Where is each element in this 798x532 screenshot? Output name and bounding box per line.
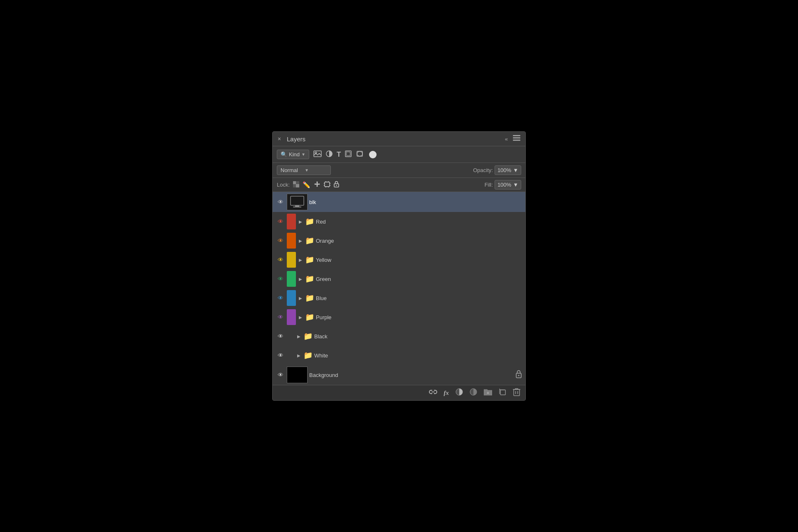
lock-paint-icon[interactable]: ✏️ [303,181,310,189]
layer-item-blk[interactable]: 👁 blk [273,192,525,212]
layer-item-white[interactable]: 👁 ▶ 📁 White [273,346,525,365]
visibility-button-red[interactable]: 👁 [276,217,285,226]
color-label-green [287,271,296,287]
expand-button-red[interactable]: ▶ [298,219,303,224]
svg-rect-2 [513,140,520,141]
layer-name-blue: Blue [316,295,522,301]
lock-transparent-icon[interactable] [293,181,299,189]
blend-opacity-row: Normal ▼ Opacity: 100% ▼ [273,163,525,178]
svg-rect-28 [293,207,301,207]
color-label-yellow [287,252,296,268]
svg-rect-27 [295,205,299,207]
folder-icon-red: 📁 [305,217,314,226]
expand-button-white[interactable]: ▶ [296,352,302,358]
kind-dropdown[interactable]: 🔍 Kind ▼ [277,150,309,159]
expand-button-blue[interactable]: ▶ [298,295,303,301]
svg-point-30 [518,375,520,376]
lock-all-icon[interactable] [334,181,339,189]
color-label-orange [287,233,296,249]
layer-item-purple[interactable]: 👁 ▶ 📁 Purple [273,308,525,327]
visibility-button-background[interactable]: 👁 [276,370,285,379]
layer-item-orange[interactable]: 👁 ▶ 📁 Orange [273,231,525,250]
layer-name-black: Black [314,333,522,340]
expand-icon-black: ▶ [297,334,300,339]
delete-button[interactable] [513,388,520,398]
smart-object-filter-icon[interactable] [356,150,363,158]
layers-panel: × Layers « 🔍 Kind ▼ [272,131,526,401]
svg-rect-37 [514,389,520,396]
folder-icon-yellow: 📁 [305,255,314,264]
new-mask-button[interactable] [470,388,477,397]
search-icon: 🔍 [281,151,287,158]
svg-point-25 [336,185,337,186]
svg-rect-11 [293,181,296,184]
panel-menu-button[interactable] [513,135,520,143]
collapse-button[interactable]: « [505,136,508,142]
visibility-button-blue[interactable]: 👁 [276,293,285,303]
opacity-chevron-icon: ▼ [513,167,518,173]
layer-name-blk: blk [309,199,522,205]
lock-move-icon[interactable] [314,181,320,189]
fx-button[interactable]: fx [444,389,449,397]
layer-name-purple: Purple [316,314,522,320]
link-button[interactable] [429,388,437,397]
expand-icon-blue: ▶ [299,296,302,300]
layer-name-red: Red [316,219,522,225]
fill-label: Fill: [485,182,493,188]
kind-chevron-icon: ▼ [301,152,305,157]
expand-icon-yellow: ▶ [299,258,302,262]
close-button[interactable]: × [278,136,283,142]
kind-label: Kind [289,151,300,158]
expand-icon-red: ▶ [299,219,302,224]
expand-button-yellow[interactable]: ▶ [298,257,303,263]
layer-item-yellow[interactable]: 👁 ▶ 📁 Yellow [273,250,525,269]
expand-icon-orange: ▶ [299,239,302,243]
folder-icon-white: 📁 [303,351,313,360]
filter-icons-group: T [313,150,363,159]
expand-button-purple[interactable]: ▶ [298,314,303,320]
layer-item-red[interactable]: 👁 ▶ 📁 Red [273,212,525,231]
visibility-button-blk[interactable]: 👁 [276,197,285,207]
text-filter-icon[interactable]: T [337,150,341,159]
visibility-button-yellow[interactable]: 👁 [276,255,285,264]
opacity-value: 100% [498,167,511,173]
fill-input[interactable]: 100% ▼ [495,180,521,190]
lock-artboard-icon[interactable] [324,181,330,189]
new-adjustment-button[interactable] [456,388,463,397]
layer-item-green[interactable]: 👁 ▶ 📁 Green [273,269,525,288]
new-group-button[interactable]: + [484,388,492,397]
layer-item-blue[interactable]: 👁 ▶ 📁 Blue [273,288,525,308]
visibility-button-orange[interactable]: 👁 [276,236,285,245]
visibility-button-purple[interactable]: 👁 [276,313,285,322]
adjustment-filter-icon[interactable] [326,150,332,158]
layer-item-black[interactable]: 👁 ▶ 📁 Black [273,327,525,346]
expand-button-orange[interactable]: ▶ [298,238,303,244]
visibility-button-black[interactable]: 👁 [276,332,285,341]
svg-rect-7 [347,152,350,156]
eye-icon-orange: 👁 [278,237,283,244]
eye-icon-yellow: 👁 [278,256,283,263]
shape-filter-icon[interactable] [345,150,352,158]
eye-icon-purple: 👁 [278,314,283,320]
eye-icon-background: 👁 [278,372,283,378]
image-filter-icon[interactable] [313,150,322,158]
folder-icon-purple: 📁 [305,313,314,322]
opacity-input[interactable]: 100% ▼ [495,165,521,175]
panel-header-left: × Layers [278,135,305,143]
filter-toggle-button[interactable] [369,151,377,158]
folder-icon-black: 📁 [303,332,313,341]
duplicate-button[interactable] [499,388,506,397]
color-label-red [287,214,296,229]
visibility-button-green[interactable]: 👁 [276,274,285,283]
expand-button-green[interactable]: ▶ [298,276,303,282]
visibility-button-white[interactable]: 👁 [276,351,285,360]
eye-icon-white: 👁 [278,352,283,359]
color-label-purple [287,309,296,325]
layer-name-green: Green [316,276,522,282]
svg-rect-35 [500,390,505,395]
layer-item-background[interactable]: 👁 Background [273,365,525,385]
blend-mode-dropdown[interactable]: Normal ▼ [277,165,331,175]
expand-button-black[interactable]: ▶ [296,333,302,339]
svg-rect-1 [513,138,520,139]
folder-icon-blue: 📁 [305,293,314,303]
